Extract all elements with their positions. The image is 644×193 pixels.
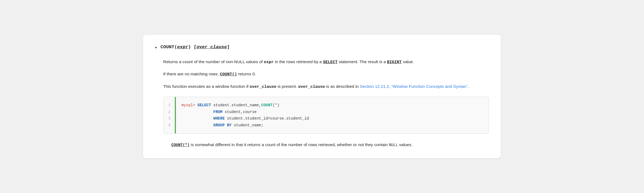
- desc3-over-clause-2: over_clause: [298, 85, 325, 89]
- desc3-text-start: This function executes as a window funct…: [163, 84, 250, 89]
- code-text-2: student,course: [223, 110, 257, 114]
- line-num-1: 1: [168, 102, 170, 109]
- count-function: COUNT: [261, 103, 273, 107]
- documentation-card: • COUNT(expr) [over_clause] Returns a co…: [143, 35, 501, 158]
- desc1-text-end: statement. The result is a: [337, 59, 387, 64]
- bottom-note-text-mid: is somewhat different in that it returns…: [189, 142, 389, 147]
- bottom-note: COUNT(*) is somewhat different in that i…: [171, 141, 489, 149]
- code-text-3: student.student_id=course.student_id: [225, 116, 309, 121]
- mysql-prompt: mysql>: [181, 103, 195, 107]
- code-text-1: student.student_name,: [211, 103, 261, 107]
- null-keyword-inline: NULL: [389, 143, 398, 147]
- desc1-select: SELECT: [323, 60, 337, 65]
- from-keyword: FROM: [200, 110, 223, 114]
- select-keyword: SELECT: [197, 103, 211, 107]
- desc1-expr: expr: [264, 60, 274, 65]
- code-space: [195, 103, 197, 107]
- function-header: • COUNT(expr) [over_clause]: [155, 44, 489, 51]
- expr-param: expr: [177, 44, 188, 50]
- desc3-over-clause: over_clause: [250, 85, 276, 89]
- count-star-inline: COUNT(*): [171, 143, 189, 147]
- where-keyword: WHERE: [200, 116, 225, 121]
- bottom-note-text-end: values.: [398, 142, 412, 147]
- desc3-text-end: .: [468, 84, 469, 89]
- line-num-2: 2: [168, 109, 170, 115]
- function-signature: COUNT(expr) [over_clause]: [160, 44, 230, 50]
- desc2-count: COUNT(): [220, 72, 237, 77]
- code-block-inner: 1 2 3 4 mysql> SELECT student.student_na…: [163, 97, 489, 133]
- code-paren-1: (*): [273, 103, 279, 107]
- desc2-text-start: If there are no matching rows,: [163, 72, 220, 76]
- desc1-text-start: Returns a count of the number of non-NUL…: [163, 59, 264, 64]
- count-keyword: COUNT: [160, 44, 174, 50]
- desc2-text-end: returns 0.: [237, 72, 256, 76]
- window-function-link[interactable]: Section 12.21.2, “Window Function Concep…: [360, 84, 467, 89]
- line-numbers: 1 2 3 4: [163, 97, 175, 133]
- line-num-3: 3: [168, 115, 170, 122]
- line-num-4: 4: [168, 122, 170, 129]
- desc3-text-mid: is present.: [276, 84, 298, 89]
- desc1-text-final: value.: [402, 59, 414, 64]
- code-example-block: 1 2 3 4 mysql> SELECT student.student_na…: [163, 97, 489, 134]
- description-paragraph-3: This function executes as a window funct…: [163, 83, 489, 91]
- code-lines: mysql> SELECT student.student_name,COUNT…: [176, 97, 314, 133]
- description-paragraph-1: Returns a count of the number of non-NUL…: [163, 58, 489, 66]
- over-clause-param: over_clause: [197, 44, 227, 50]
- description-paragraph-2: If there are no matching rows, COUNT() r…: [163, 70, 489, 78]
- description-block: Returns a count of the number of non-NUL…: [163, 58, 489, 149]
- desc3-text-mid2: is as described in: [325, 84, 360, 89]
- group-by-keyword: GROUP BY: [200, 123, 232, 127]
- bullet-point: •: [155, 45, 157, 51]
- desc1-text-mid: in the rows retrieved by a: [274, 59, 323, 64]
- desc1-bigint: BIGINT: [387, 60, 402, 65]
- code-text-4: student_name;: [231, 123, 263, 127]
